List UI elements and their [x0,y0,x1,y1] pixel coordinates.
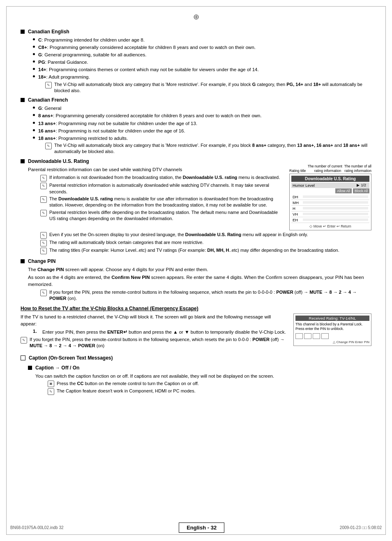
canadian-english-header: Canadian English [21,29,371,35]
received-rating-box: Received Rating: TV-14/NL This channel i… [293,313,371,346]
list-item: 8 ans+: Programming generally considered… [33,112,371,119]
allow-all-button[interactable]: Allow All [335,188,352,193]
rating-label-eh: EH [293,218,303,222]
received-rating-text: This channel is blocked by a Parental Lo… [295,322,369,331]
list-item: C: Programming intended for children und… [33,37,371,43]
list-item: C8+: Programming generally considered ac… [33,44,371,51]
footer-left: BN68-01975A-00L02.indb 32 [10,525,64,530]
section-bullet [21,98,25,102]
list-item: 16 ans+: Programming is not suitable for… [33,128,371,134]
caption-subsection-header: Caption → Off / On [28,365,371,371]
change-pin-para2: As soon as the 4 digits are entered, the… [28,274,371,288]
note-item: ✎ The rating titles (For example: Humor … [40,247,371,254]
canadian-french-list: G: General 8 ans+: Programming generally… [33,105,371,155]
caption-title: Caption (On-Screen Text Messages) [29,355,113,361]
note-item: ✎ Parental restriction information is au… [40,182,283,195]
note-icon: ✎ [40,210,47,216]
note-icon: ✎ [40,232,47,239]
numbered-item: 1. Enter your PIN, then press the ENTER↵… [33,329,287,335]
rating-label-dh: DH [293,195,303,199]
rating-btn-row: Allow All Block All [291,188,369,193]
emergency-content: If the TV is tuned to a restricted chann… [21,313,371,350]
bullet-dot [33,122,35,124]
rating-arrow-icon: ▶ [357,183,360,187]
rating-label-h: H [293,206,303,211]
remote-icon: ▣ [48,381,54,387]
note-icon: ✎ [45,143,52,149]
list-item: G: General programming, suitable for all… [33,51,371,58]
note-item: ✎ Even if you set the On-screen display … [40,232,371,239]
note-icon: ✎ [45,82,52,88]
emergency-para1: If the TV is tuned to a restricted chann… [21,313,287,327]
rating-bar-vh [303,213,368,215]
pin-input-4[interactable] [321,333,329,339]
note-item: ✎ The Caption feature doesn't work in Co… [48,388,371,395]
rating-row-eh: EH [291,217,369,223]
list-item: 18+: Adult programming. [33,74,371,80]
downloadable-section: Parental restriction information can be … [21,166,371,230]
rating-title-label: Rating title [289,169,306,173]
canadian-french-title: Canadian French [28,97,68,103]
note-icon: ✎ [48,388,54,395]
page-border-top [6,6,386,7]
rating-col-sub2: rating information [344,169,371,173]
footer-right: 2009-01-23 □□ 5:08:02 [340,525,382,530]
pin-input-1[interactable] [295,333,303,339]
downloadable-right: The number of current The number of all … [289,164,371,230]
rating-row-h: H [291,206,369,211]
downloadable-us-title: Downloadable U.S. Rating [28,158,89,164]
list-item: G: General [33,105,371,111]
bullet-dot [33,60,35,63]
emergency-section: How to Reset the TV after the V-Chip Blo… [21,306,371,350]
pin-input-2[interactable] [304,333,311,339]
note-icon: ✎ [40,183,47,189]
caption-header: Caption (On-Screen Text Messages) [21,355,371,361]
footer-center: English - 32 [179,522,224,533]
note-icon: ✎ [40,196,47,203]
received-rating-title: Received Rating: TV-14/NL [295,316,369,321]
rating-bar-mh [303,201,368,204]
note-item: ✎ The Downloadable U.S. rating menu is a… [40,196,283,209]
checkbox-icon [21,355,25,360]
pin-input-3[interactable] [313,333,320,339]
canadian-french-header: Canadian French [21,97,371,103]
rating-top-label: Humor Level [293,183,355,188]
rating-box: Downloadable U.S. Rating Humor Level ▶ 1… [289,174,371,230]
rating-label-mh: MH [293,200,303,205]
list-item: 18 ans+: Programming restricted to adult… [33,135,371,142]
rating-col-header2: The number of all [344,164,371,168]
rating-label-vh: VH [293,212,303,216]
page-border-bottom [6,534,386,535]
block-all-button[interactable]: Block All [353,188,369,193]
rating-col-header1: The number of current [308,164,342,168]
note-icon: ✎ [21,337,27,344]
list-item: 13 ans+: Programming may not be suitable… [33,120,371,127]
bullet-dot [33,68,35,70]
rating-top-val: 1/2 [361,183,366,187]
pin-inputs [295,333,369,339]
bullet-dot [33,129,35,131]
canadian-english-title: Canadian English [28,29,69,35]
list-item: 14+: Programming contains themes or cont… [33,66,371,73]
emergency-left: If the TV is tuned to a restricted chann… [21,313,287,350]
caption-content: Caption → Off / On You can switch the ca… [28,365,371,395]
bullet-dot [33,75,35,77]
rating-footer: ◇ Move ↵ Enter ↩ Return [291,224,369,228]
caption-subsection-title: Caption → Off / On [35,365,79,371]
rating-bar-h [303,207,368,209]
emergency-right: Received Rating: TV-14/NL This channel i… [293,313,371,350]
page-border-right [385,6,386,535]
emergency-title: How to Reset the TV after the V-Chip Blo… [21,306,371,311]
footer-page-label: English - 32 [179,522,224,533]
rating-top-row: Humor Level ▶ 1/2 [291,183,369,188]
bullet-dot [33,53,35,55]
note-item: ✎ Parental restriction levels differ dep… [40,209,283,222]
bullet-dot [33,114,35,116]
caption-para: You can switch the caption function on o… [35,373,371,380]
bullet-dot [33,46,35,48]
note-icon: ✎ [40,248,47,254]
downloadable-left: Parental restriction information can be … [21,166,283,230]
rating-row-dh: DH [291,194,369,200]
rating-row-mh: MH [291,200,369,206]
note-icon: ✎ [40,175,47,181]
